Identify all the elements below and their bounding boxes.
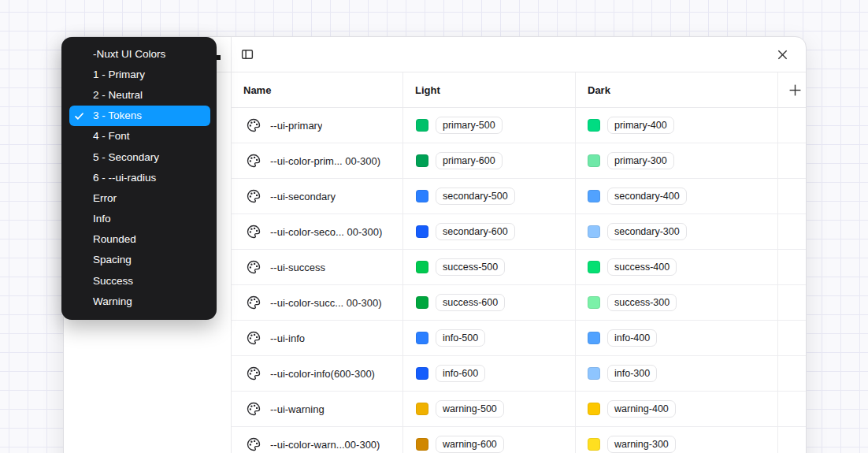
menu-item[interactable]: Warning: [69, 291, 210, 311]
variable-name-cell: --ui-color-succ... 00-300): [232, 295, 403, 310]
mode-value-cell: secondary-400: [576, 188, 778, 205]
menu-item[interactable]: Info: [69, 209, 210, 229]
token-chip[interactable]: secondary-600: [436, 223, 515, 240]
token-chip[interactable]: success-600: [436, 294, 505, 311]
table-row[interactable]: --ui-color-info(600-300)info-600info-300: [232, 356, 806, 392]
table-row[interactable]: --ui-color-seco... 00-300)secondary-600s…: [232, 214, 806, 250]
menu-item-label: Warning: [93, 295, 132, 307]
variable-name-cell: --ui-secondary: [232, 189, 403, 203]
palette-icon: [247, 225, 261, 239]
table-row[interactable]: --ui-color-succ... 00-300)success-600suc…: [232, 285, 806, 321]
palette-icon: [247, 437, 261, 451]
menu-item[interactable]: Error: [69, 188, 210, 208]
mode-value-cell: info-600: [403, 365, 576, 382]
variable-name-cell: --ui-color-info(600-300): [232, 366, 403, 381]
token-chip[interactable]: success-500: [436, 258, 505, 276]
menu-item[interactable]: Rounded: [69, 229, 210, 250]
sidebar-toggle-button[interactable]: [236, 43, 258, 65]
table-row[interactable]: --ui-warningwarning-500warning-400: [232, 392, 806, 427]
menu-item[interactable]: 2 - Neutral: [69, 84, 210, 105]
token-chip[interactable]: success-300: [607, 294, 677, 311]
mode-value-cell: primary-300: [576, 152, 778, 169]
table-row[interactable]: --ui-infoinfo-500info-400: [232, 321, 806, 356]
variable-name-cell: --ui-success: [232, 260, 403, 274]
token-chip[interactable]: success-400: [607, 258, 677, 276]
variable-name: --ui-color-seco... 00-300): [270, 226, 382, 238]
checkmark-icon: [74, 111, 84, 121]
variable-name: --ui-success: [270, 262, 325, 273]
token-chip[interactable]: secondary-300: [607, 223, 687, 240]
menu-item[interactable]: Spacing: [69, 250, 210, 270]
token-chip[interactable]: primary-300: [607, 152, 674, 169]
table-row[interactable]: --ui-secondarysecondary-500secondary-400: [232, 179, 806, 214]
color-swatch: [416, 403, 428, 415]
variable-name: --ui-color-prim... 00-300): [270, 155, 380, 167]
token-chip[interactable]: info-400: [607, 329, 657, 347]
mode-value-cell: warning-500: [403, 400, 576, 418]
menu-item[interactable]: -Nuxt UI Colors: [69, 43, 210, 64]
color-swatch: [588, 190, 600, 202]
menu-item[interactable]: 4 - Font: [69, 126, 210, 147]
palette-icon: [247, 189, 261, 203]
color-swatch: [588, 332, 600, 344]
token-chip[interactable]: info-600: [436, 365, 485, 382]
token-chip[interactable]: secondary-400: [607, 188, 687, 205]
palette-icon: [247, 118, 261, 132]
mode-value-cell: secondary-500: [403, 188, 576, 205]
menu-item[interactable]: 6 - --ui-radius: [69, 167, 210, 188]
color-swatch: [416, 296, 428, 309]
mode-value-cell: warning-600: [403, 436, 576, 453]
menu-item-label: Info: [93, 213, 111, 225]
palette-icon: [247, 331, 261, 345]
panel-left-icon: [240, 47, 254, 61]
mode-value-cell: info-500: [403, 329, 576, 347]
table-row[interactable]: --ui-color-prim... 00-300)primary-600pri…: [232, 143, 806, 179]
column-header-light: Light: [415, 84, 440, 96]
color-swatch: [588, 438, 600, 451]
token-chip[interactable]: warning-400: [607, 400, 676, 418]
color-swatch: [416, 367, 428, 380]
variable-name: --ui-color-info(600-300): [270, 368, 375, 380]
token-chip[interactable]: info-300: [607, 365, 657, 382]
mode-value-cell: warning-300: [576, 436, 778, 453]
table-header-row: Name Light Dark: [232, 72, 806, 108]
mode-value-cell: warning-400: [576, 400, 778, 418]
variable-name-cell: --ui-color-prim... 00-300): [232, 154, 403, 168]
token-chip[interactable]: warning-500: [436, 400, 504, 418]
column-divider: [777, 72, 778, 453]
token-chip[interactable]: primary-500: [436, 117, 503, 134]
color-swatch: [588, 119, 600, 132]
token-chip[interactable]: primary-400: [607, 117, 674, 134]
table-row[interactable]: --ui-successsuccess-500success-400: [232, 250, 806, 285]
table-row[interactable]: --ui-primaryprimary-500primary-400: [232, 108, 806, 143]
menu-item-label: 3 - Tokens: [93, 110, 142, 121]
token-chip[interactable]: primary-600: [436, 152, 503, 169]
menu-item[interactable]: Success: [69, 270, 210, 291]
token-chip[interactable]: warning-600: [436, 436, 504, 453]
mode-value-cell: primary-400: [576, 117, 778, 134]
mode-value-cell: primary-600: [403, 152, 576, 169]
color-swatch: [588, 225, 600, 238]
menu-item[interactable]: 1 - Primary: [69, 64, 210, 84]
variables-table: Name Light Dark --ui-primaryprimary-500p…: [232, 72, 806, 453]
mode-value-cell: info-400: [576, 329, 778, 347]
color-swatch: [588, 403, 600, 415]
menu-item[interactable]: 5 - Secondary: [69, 147, 210, 167]
column-divider: [575, 72, 576, 453]
color-swatch: [416, 119, 428, 132]
token-chip[interactable]: warning-300: [607, 436, 676, 453]
close-button[interactable]: [771, 43, 793, 65]
color-swatch: [588, 154, 600, 167]
token-chip[interactable]: secondary-500: [436, 188, 515, 205]
mode-value-cell: success-500: [403, 258, 576, 276]
color-swatch: [416, 261, 428, 273]
menu-item[interactable]: 3 - Tokens: [69, 106, 210, 126]
color-swatch: [588, 261, 600, 273]
table-row[interactable]: --ui-color-warn...00-300)warning-600warn…: [232, 427, 806, 453]
mode-value-cell: secondary-600: [403, 223, 576, 240]
add-mode-button[interactable]: [784, 79, 806, 101]
color-swatch: [416, 332, 428, 344]
token-chip[interactable]: info-500: [436, 329, 485, 347]
menu-item-label: 1 - Primary: [93, 69, 145, 80]
menu-item-label: 6 - --ui-radius: [93, 172, 156, 184]
